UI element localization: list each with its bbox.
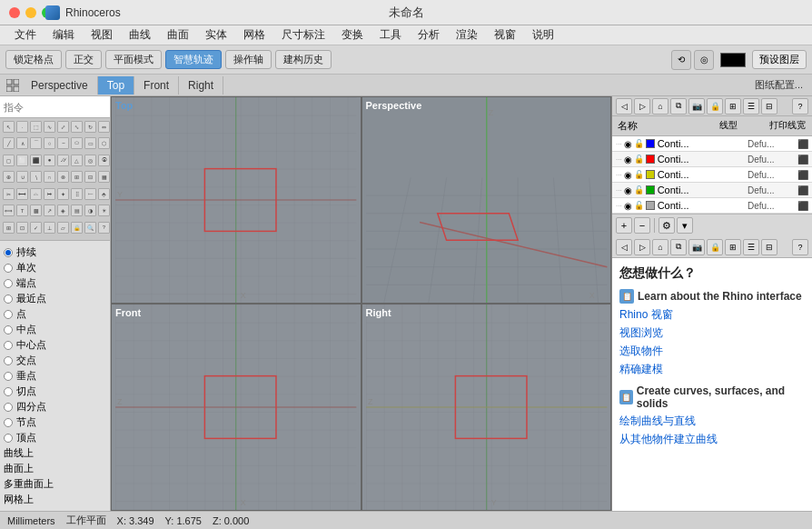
tool-line[interactable]: ╱: [3, 137, 15, 149]
tool-polyline[interactable]: ∧: [16, 137, 28, 149]
snap-item-12[interactable]: 顶点: [4, 430, 106, 445]
toolbar-smart-track[interactable]: 智慧轨迹: [165, 50, 222, 69]
tool-explode[interactable]: ⊗: [57, 171, 69, 183]
layer-lock-0[interactable]: 🔓: [634, 139, 644, 148]
snap-item-11[interactable]: 节点: [4, 414, 106, 430]
snap-item-7[interactable]: 交点: [4, 353, 106, 368]
help-cam-btn[interactable]: 📷: [688, 239, 705, 255]
menu-item-5[interactable]: 实体: [198, 26, 234, 44]
tool-offset[interactable]: ↦: [44, 188, 55, 200]
layers-back-btn[interactable]: ◁: [616, 98, 632, 115]
tool-mirror[interactable]: ⇔: [98, 121, 110, 133]
help-grid-btn[interactable]: ⊟: [761, 239, 777, 255]
minimize-button[interactable]: [25, 7, 36, 18]
tool-sphere[interactable]: ●: [44, 155, 55, 166]
tool-boolean-union[interactable]: ∪: [16, 171, 28, 183]
tool-curve[interactable]: ⌒: [30, 137, 42, 149]
tool-surface[interactable]: ◻: [3, 155, 15, 166]
tool-flow[interactable]: ⟝: [84, 188, 96, 200]
tool-ortho2[interactable]: ⊥: [44, 222, 55, 234]
snap-item-5[interactable]: 中点: [4, 322, 106, 337]
layer-eye-1[interactable]: ◉: [624, 155, 632, 165]
viewport-tab-front[interactable]: Front: [134, 76, 179, 95]
layers-grid-btn[interactable]: ⊟: [761, 98, 777, 115]
menu-item-12[interactable]: 视窗: [487, 26, 523, 44]
tool-boolean-int[interactable]: ∩: [44, 171, 55, 183]
menu-item-2[interactable]: 视图: [84, 26, 120, 44]
tool-scale[interactable]: ⤡: [71, 121, 83, 133]
tool-group[interactable]: ⊞: [71, 171, 83, 183]
toolbar-planar[interactable]: 平面模式: [105, 50, 162, 69]
tool-cone[interactable]: △: [71, 155, 83, 166]
menu-item-1[interactable]: 编辑: [45, 26, 82, 44]
tool-array[interactable]: ⠿: [71, 188, 83, 200]
layer-eye-2[interactable]: ◉: [624, 170, 632, 180]
layers-help-btn[interactable]: ?: [792, 98, 808, 115]
tool-block[interactable]: ▦: [98, 171, 110, 183]
tool-lock[interactable]: 🔒: [71, 222, 83, 234]
layers-list-btn[interactable]: ☰: [743, 98, 759, 115]
menu-item-6[interactable]: 网格: [236, 26, 272, 44]
snap-item-8[interactable]: 垂点: [4, 368, 106, 384]
menu-item-7[interactable]: 尺寸标注: [274, 26, 332, 44]
layer-color-4[interactable]: [646, 201, 655, 210]
layer-row[interactable]: ··· ◉ 🔓 Conti... Defu... ⬛: [612, 198, 812, 214]
tool-nurbs[interactable]: ⬜: [16, 155, 28, 166]
tool-zebra[interactable]: ▤: [71, 205, 83, 216]
tool-leader[interactable]: ↗: [44, 205, 55, 216]
snap-footer-1[interactable]: 曲面上: [4, 461, 106, 476]
menu-item-4[interactable]: 曲面: [160, 26, 196, 44]
help-link-draw-curves[interactable]: 绘制曲线与直线: [619, 414, 805, 429]
viewport-tab-icon[interactable]: [4, 78, 22, 93]
viewport-perspective[interactable]: Perspective: [361, 96, 612, 304]
tool-torus[interactable]: ◎: [84, 155, 96, 166]
add-layer-btn[interactable]: +: [616, 217, 632, 234]
snap-item-10[interactable]: 四分点: [4, 399, 106, 414]
tool-cylinder[interactable]: ⌭: [57, 155, 69, 166]
rotate-btn[interactable]: ◎: [694, 50, 714, 70]
tool-circle[interactable]: ○: [44, 137, 55, 149]
layer-lock-2[interactable]: 🔓: [634, 170, 644, 179]
help-home-btn[interactable]: ⌂: [652, 239, 668, 255]
toolbar-history[interactable]: 建构历史: [275, 50, 332, 69]
layers-lock-btn[interactable]: 🔒: [707, 98, 723, 115]
tool-help[interactable]: ?: [98, 222, 110, 234]
tool-rect-select[interactable]: ⬚: [30, 121, 42, 133]
orbit-btn[interactable]: ⟲: [671, 50, 691, 70]
layer-eye-3[interactable]: ◉: [624, 185, 632, 195]
command-input[interactable]: [0, 96, 110, 118]
tool-pipe[interactable]: ⦿: [98, 155, 110, 166]
help-link-rhino-window[interactable]: Rhino 视窗: [619, 307, 805, 323]
tool-light[interactable]: ☀: [98, 205, 110, 216]
tool-arc[interactable]: ⌢: [57, 137, 69, 149]
color-swatch[interactable]: [720, 53, 746, 67]
layers-home-btn[interactable]: ⌂: [652, 98, 668, 115]
snap-footer-0[interactable]: 曲线上: [4, 445, 106, 461]
layer-row[interactable]: ··· ◉ 🔓 Conti... Defu... ⬛: [612, 136, 812, 152]
toolbar-ortho[interactable]: 正交: [65, 50, 102, 69]
tool-box[interactable]: ⬛: [30, 155, 42, 166]
layers-copy-btn[interactable]: ⧉: [670, 98, 687, 115]
menu-item-10[interactable]: 分析: [411, 26, 447, 44]
remove-layer-btn[interactable]: −: [634, 217, 650, 234]
layer-row[interactable]: ··· ◉ 🔓 Conti... Defu... ⬛: [612, 152, 812, 167]
help-tree-btn[interactable]: ⊞: [725, 239, 741, 255]
tool-point[interactable]: ·: [16, 121, 28, 133]
help-link-precise-model[interactable]: 精确建模: [619, 362, 805, 377]
help-fwd-btn[interactable]: ▷: [634, 239, 650, 255]
layer-color-3[interactable]: [646, 185, 655, 195]
tool-render[interactable]: ◑: [84, 205, 96, 216]
toolbar-lock-grid[interactable]: 锁定格点: [5, 50, 62, 69]
layers-tree-btn[interactable]: ⊞: [725, 98, 741, 115]
menu-item-11[interactable]: 渲染: [449, 26, 485, 44]
layer-dropdown-btn[interactable]: ▾: [677, 217, 693, 234]
tool-ellipse[interactable]: ⬭: [71, 137, 83, 149]
tool-dim[interactable]: ⟺: [3, 205, 15, 216]
help-link-view-nav[interactable]: 视图浏览: [619, 325, 805, 341]
snap-item-1[interactable]: 单次: [4, 260, 106, 275]
tool-cage[interactable]: ⬘: [98, 188, 110, 200]
close-button[interactable]: [9, 7, 20, 18]
menu-item-13[interactable]: 说明: [525, 26, 561, 44]
layer-color-0[interactable]: [646, 139, 655, 148]
viewport-right[interactable]: Right Y Z: [361, 304, 612, 511]
